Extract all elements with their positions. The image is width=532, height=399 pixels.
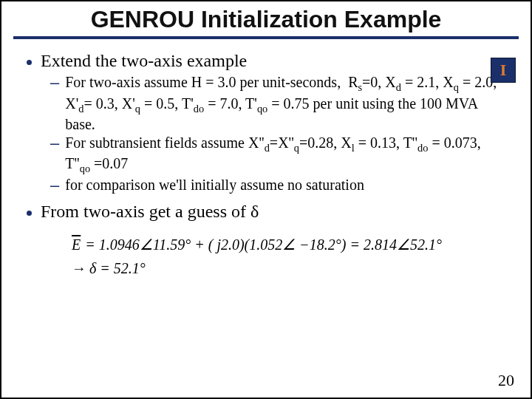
formula-line: → δ = 52.1° (71, 256, 505, 280)
list-item: – for comparison we'll initially assume … (50, 176, 505, 194)
formula-block: E = 1.0946∠11.59° + ( j2.0)(1.052∠ −18.2… (27, 228, 505, 280)
bullet-list: Extend the two-axis example – For two-ax… (27, 50, 505, 222)
e-bar-symbol: E (71, 233, 81, 256)
sub-bullet-text: For subtransient fields assume X''d=X''q… (65, 134, 505, 176)
logo-glyph: I (500, 61, 507, 80)
list-item: – For subtransient fields assume X''d=X'… (50, 134, 505, 176)
bullet-row: From two-axis get a guess of δ (27, 200, 505, 222)
formula-line: E = 1.0946∠11.59° + ( j2.0)(1.052∠ −18.2… (71, 233, 505, 256)
list-item: Extend the two-axis example – For two-ax… (27, 50, 505, 194)
formula-body: = 1.0946∠11.59° + ( j2.0)(1.052∠ −18.2°)… (81, 236, 442, 253)
page-number: 20 (498, 371, 514, 390)
content-area: Extend the two-axis example – For two-ax… (1, 39, 531, 280)
dash-icon: – (50, 176, 59, 194)
bullet-text: Extend the two-axis example (41, 50, 247, 72)
list-item: – For two-axis assume H = 3.0 per unit-s… (50, 73, 505, 134)
dash-icon: – (50, 73, 59, 92)
sub-bullet-text: for comparison we'll initially assume no… (65, 176, 364, 194)
sub-bullet-text: For two-axis assume H = 3.0 per unit-sec… (65, 73, 505, 134)
bullet-dot-icon (27, 60, 32, 65)
title-band: GENROU Initialization Example (13, 1, 519, 39)
slide: GENROU Initialization Example I Extend t… (0, 0, 532, 399)
list-item: From two-axis get a guess of δ (27, 200, 505, 222)
bullet-dot-icon (27, 211, 32, 216)
sub-list: – For two-axis assume H = 3.0 per unit-s… (27, 73, 505, 194)
bullet-text: From two-axis get a guess of δ (41, 200, 259, 222)
institution-logo-icon: I (491, 58, 516, 83)
page-title: GENROU Initialization Example (13, 6, 519, 33)
dash-icon: – (50, 134, 59, 152)
bullet-row: Extend the two-axis example (27, 50, 505, 72)
